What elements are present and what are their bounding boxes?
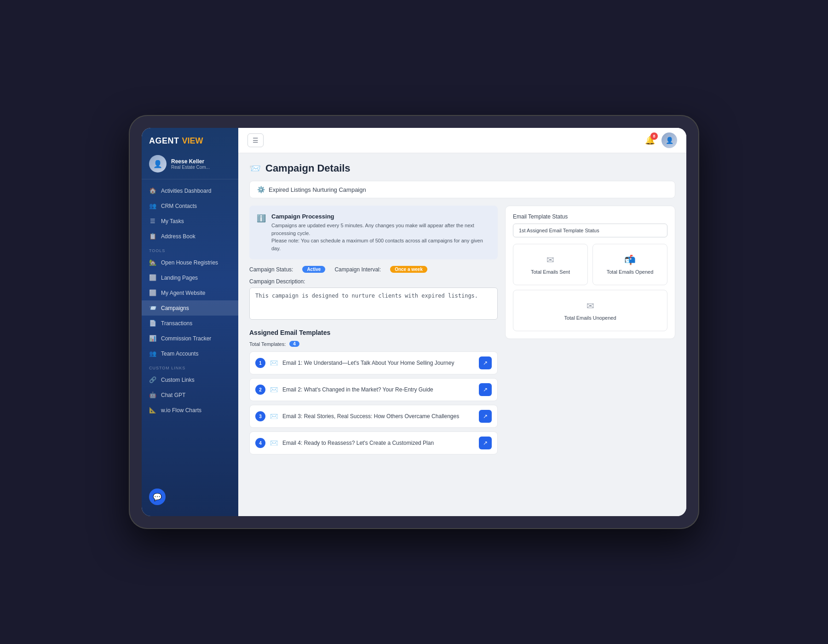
email-title-1: Email 1: We Understand—Let's Talk About …	[282, 360, 474, 366]
sidebar-item-crm[interactable]: 👥 CRM Contacts	[142, 198, 238, 213]
email-mail-icon-2: ✉️	[270, 386, 278, 393]
sidebar-item-label: Address Book	[161, 233, 196, 240]
sidebar-item-transactions[interactable]: 📄 Transactions	[142, 316, 238, 331]
sidebar-item-openhouse[interactable]: 🏡 Open House Registries	[142, 255, 238, 270]
stat-box-sent: ✉ Total Emails Sent	[513, 244, 588, 285]
right-column: Email Template Status 1st Assigned Email…	[505, 206, 675, 458]
sidebar-item-label: Commission Tracker	[161, 335, 211, 342]
flowcharts-icon: 📐	[149, 407, 156, 414]
sidebar-item-commission[interactable]: 📊 Commission Tracker	[142, 331, 238, 346]
sidebar-item-tasks[interactable]: ☰ My Tasks	[142, 213, 238, 229]
customlinks-icon: 🔗	[149, 376, 156, 383]
campaign-description-input[interactable]: This campaign is designed to nurture cli…	[249, 288, 498, 320]
email-mail-icon-3: ✉️	[270, 413, 278, 420]
website-icon: ⬜	[149, 289, 156, 296]
status-label: Campaign Status:	[249, 266, 293, 273]
logo-view-text: VIEW	[182, 136, 203, 146]
logo-agent-text: AGENT	[149, 136, 179, 146]
page-title-icon: 📨	[249, 163, 261, 174]
templates-count-badge: 4	[289, 341, 299, 347]
email-item-1: 1 ✉️ Email 1: We Understand—Let's Talk A…	[249, 351, 498, 374]
custom-section-label: CUSTOM LINKS	[142, 361, 238, 372]
sidebar-item-chatgpt[interactable]: 🤖 Chat GPT	[142, 387, 238, 402]
notification-badge: 8	[650, 132, 658, 140]
processing-content: Campaign Processing Campaigns are update…	[271, 213, 490, 252]
processing-text: Campaigns are updated every 5 minutes. A…	[271, 222, 490, 252]
profile-name: Reese Keller	[171, 158, 210, 165]
sidebar-item-label: Landing Pages	[161, 275, 198, 281]
email-action-button-4[interactable]: ↗	[479, 437, 492, 449]
main-content: ☰ 🔔 8 👤 📨 Campaign Details	[238, 128, 686, 516]
email-action-button-1[interactable]: ↗	[479, 356, 492, 369]
sidebar-item-customlinks[interactable]: 🔗 Custom Links	[142, 372, 238, 387]
topbar: ☰ 🔔 8 👤	[238, 128, 686, 153]
sidebar-bottom: 💬	[142, 481, 238, 516]
campaign-name-row: ⚙️ Expired Listings Nurturing Campaign	[249, 181, 675, 198]
email-action-button-3[interactable]: ↗	[479, 410, 492, 423]
email-item-4: 4 ✉️ Email 4: Ready to Reassess? Let's C…	[249, 431, 498, 454]
email-title-4: Email 4: Ready to Reassess? Let's Create…	[282, 440, 474, 446]
tablet-frame: AGENTVIEW 👤 Reese Keller Real Estate Com…	[129, 115, 699, 529]
chat-bubble-button[interactable]: 💬	[149, 489, 166, 505]
interval-badge: Once a week	[390, 266, 427, 273]
status-dropdown-wrapper: 1st Assigned Email Template Status	[513, 224, 667, 244]
openhouse-icon: 🏡	[149, 259, 156, 266]
activities-icon: 🏠	[149, 187, 156, 194]
status-row: Campaign Status: Active Campaign Interva…	[249, 266, 498, 273]
tasks-icon: ☰	[149, 218, 156, 224]
sidebar-item-activities[interactable]: 🏠 Activities Dashboard	[142, 183, 238, 198]
profile-role: Real Estate Com...	[171, 165, 210, 170]
chatgpt-icon: 🤖	[149, 391, 156, 398]
email-template-status-label: Email Template Status	[513, 213, 667, 220]
sidebar-item-website[interactable]: ⬜ My Agent Website	[142, 285, 238, 300]
tablet-screen: AGENTVIEW 👤 Reese Keller Real Estate Com…	[142, 128, 686, 516]
email-num-badge-3: 3	[255, 411, 265, 421]
stat-label-sent: Total Emails Sent	[531, 269, 570, 275]
sidebar-item-team[interactable]: 👥 Team Accounts	[142, 346, 238, 361]
status-active-badge: Active	[302, 266, 325, 273]
sidebar-item-label: Transactions	[161, 320, 192, 327]
sidebar-item-label: Team Accounts	[161, 351, 198, 357]
landing-icon: ⬜	[149, 274, 156, 281]
topbar-right: 🔔 8 👤	[645, 132, 677, 148]
processing-box: ℹ️ Campaign Processing Campaigns are upd…	[249, 206, 498, 259]
stat-box-opened: 📬 Total Emails Opened	[592, 244, 667, 285]
sidebar-item-label: w.io Flow Charts	[161, 407, 201, 414]
page-title: Campaign Details	[265, 162, 351, 174]
email-item-2: 2 ✉️ Email 2: What's Changed in the Mark…	[249, 378, 498, 401]
stats-grid: ✉ Total Emails Sent 📬 Total Emails Opene…	[513, 244, 667, 331]
sidebar-item-label: Open House Registries	[161, 259, 218, 266]
sidebar: AGENTVIEW 👤 Reese Keller Real Estate Com…	[142, 128, 238, 516]
avatar: 👤	[149, 155, 167, 172]
sidebar-item-label: Custom Links	[161, 377, 195, 383]
sidebar-item-label: My Tasks	[161, 218, 184, 224]
email-template-status-dropdown[interactable]: 1st Assigned Email Template Status	[513, 224, 667, 237]
profile-info: Reese Keller Real Estate Com...	[171, 158, 210, 170]
campaign-name-icon: ⚙️	[257, 186, 265, 193]
interval-label: Campaign Interval:	[334, 266, 381, 273]
sidebar-item-label: My Agent Website	[161, 290, 206, 296]
sidebar-nav: 🏠 Activities Dashboard 👥 CRM Contacts ☰ …	[142, 179, 238, 481]
opened-mail-icon: 📬	[624, 254, 636, 265]
sidebar-item-label: CRM Contacts	[161, 203, 197, 209]
email-action-button-2[interactable]: ↗	[479, 383, 492, 396]
page-title-row: 📨 Campaign Details	[249, 162, 675, 174]
topbar-avatar[interactable]: 👤	[661, 132, 677, 148]
sidebar-item-landing[interactable]: ⬜ Landing Pages	[142, 270, 238, 285]
email-title-3: Email 3: Real Stories, Real Success: How…	[282, 413, 474, 420]
two-column-layout: ℹ️ Campaign Processing Campaigns are upd…	[249, 206, 675, 458]
processing-title: Campaign Processing	[271, 213, 490, 220]
email-num-badge-1: 1	[255, 358, 265, 368]
notification-icon[interactable]: 🔔 8	[645, 135, 655, 145]
total-templates-label: Total Templates:	[249, 341, 286, 347]
sidebar-item-addressbook[interactable]: 📋 Address Book	[142, 229, 238, 244]
transactions-icon: 📄	[149, 320, 156, 327]
sidebar-item-flowcharts[interactable]: 📐 w.io Flow Charts	[142, 402, 238, 418]
tools-section-label: TOOLS	[142, 244, 238, 255]
sidebar-profile[interactable]: 👤 Reese Keller Real Estate Com...	[142, 150, 238, 179]
processing-icon: ℹ️	[257, 214, 266, 223]
commission-icon: 📊	[149, 335, 156, 342]
sidebar-item-campaigns[interactable]: 📨 Campaigns	[142, 300, 238, 316]
desc-label: Campaign Description:	[249, 278, 498, 285]
hamburger-button[interactable]: ☰	[247, 133, 264, 147]
